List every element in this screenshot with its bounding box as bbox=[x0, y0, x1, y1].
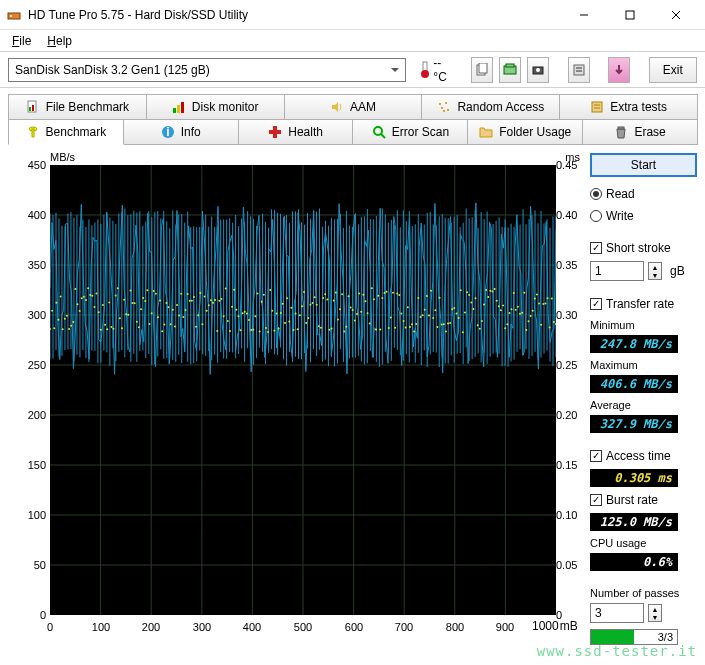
disk-monitor-icon bbox=[172, 100, 186, 114]
check-access-time[interactable]: ✓Access time bbox=[590, 447, 697, 465]
svg-rect-19 bbox=[32, 105, 34, 111]
svg-point-300 bbox=[204, 296, 206, 298]
tab-extra-tests[interactable]: Extra tests bbox=[559, 94, 698, 120]
svg-point-287 bbox=[176, 304, 178, 306]
svg-point-407 bbox=[430, 290, 432, 292]
svg-point-438 bbox=[496, 300, 498, 302]
svg-point-348 bbox=[305, 322, 307, 324]
svg-point-398 bbox=[411, 323, 413, 325]
svg-point-367 bbox=[345, 326, 347, 328]
svg-point-394 bbox=[403, 320, 405, 322]
svg-point-392 bbox=[398, 294, 400, 296]
start-button[interactable]: Start bbox=[590, 153, 697, 177]
svg-point-426 bbox=[470, 302, 472, 304]
cpu-usage-value: 0.6% bbox=[590, 553, 678, 571]
svg-point-324 bbox=[254, 315, 256, 317]
svg-point-450 bbox=[521, 312, 523, 314]
maximize-button[interactable] bbox=[607, 0, 653, 30]
svg-point-457 bbox=[536, 293, 538, 295]
check-short-stroke[interactable]: ✓Short stroke bbox=[590, 239, 697, 257]
svg-point-334 bbox=[276, 313, 278, 315]
svg-point-270 bbox=[140, 308, 142, 310]
svg-point-361 bbox=[333, 300, 335, 302]
check-burst-rate[interactable]: ✓Burst rate bbox=[590, 491, 697, 509]
svg-point-275 bbox=[151, 312, 153, 314]
tab-erase[interactable]: Erase bbox=[582, 119, 698, 145]
svg-point-306 bbox=[216, 330, 218, 332]
svg-point-313 bbox=[231, 306, 233, 308]
svg-point-461 bbox=[544, 303, 546, 305]
copy-info-button[interactable] bbox=[471, 57, 493, 83]
benchmark-icon bbox=[26, 125, 40, 139]
short-stroke-input[interactable]: 1 bbox=[590, 261, 644, 281]
svg-point-230 bbox=[55, 302, 57, 304]
svg-point-359 bbox=[328, 329, 330, 331]
close-button[interactable] bbox=[653, 0, 699, 30]
svg-point-373 bbox=[358, 293, 360, 295]
menu-file[interactable]: File bbox=[4, 32, 39, 50]
check-transfer-rate[interactable]: ✓Transfer rate bbox=[590, 295, 697, 313]
svg-point-349 bbox=[307, 317, 309, 319]
svg-point-369 bbox=[350, 306, 352, 308]
svg-point-283 bbox=[168, 306, 170, 308]
svg-rect-9 bbox=[479, 63, 487, 73]
svg-point-465 bbox=[553, 321, 555, 323]
short-stroke-spinner[interactable]: ▲▼ bbox=[648, 262, 662, 280]
tab-error-scan[interactable]: Error Scan bbox=[352, 119, 468, 145]
app-icon bbox=[6, 7, 22, 23]
svg-point-282 bbox=[165, 302, 167, 304]
svg-point-329 bbox=[265, 327, 267, 329]
svg-point-272 bbox=[144, 300, 146, 302]
svg-point-448 bbox=[517, 306, 519, 308]
passes-input[interactable]: 3 bbox=[590, 603, 644, 623]
svg-point-299 bbox=[201, 323, 203, 325]
svg-point-249 bbox=[96, 293, 98, 295]
save-screenshot-button[interactable] bbox=[527, 57, 549, 83]
tab-file-benchmark[interactable]: File Benchmark bbox=[8, 94, 147, 120]
svg-rect-0 bbox=[8, 13, 20, 19]
svg-point-347 bbox=[303, 291, 305, 293]
exit-button[interactable]: Exit bbox=[649, 57, 697, 83]
menu-help[interactable]: Help bbox=[39, 32, 80, 50]
svg-rect-32 bbox=[32, 129, 34, 137]
svg-point-255 bbox=[108, 301, 110, 303]
svg-point-408 bbox=[432, 317, 434, 319]
tab-folder-usage[interactable]: Folder Usage bbox=[467, 119, 583, 145]
svg-point-307 bbox=[218, 300, 220, 302]
svg-point-267 bbox=[134, 302, 136, 304]
tab-aam[interactable]: AAM bbox=[284, 94, 423, 120]
svg-point-365 bbox=[341, 293, 343, 295]
drive-select[interactable]: SanDisk SanDisk 3.2 Gen1 (125 gB) bbox=[8, 58, 406, 82]
svg-point-353 bbox=[316, 304, 318, 306]
save-button[interactable] bbox=[608, 57, 630, 83]
tab-label: Health bbox=[288, 125, 323, 139]
svg-point-374 bbox=[360, 311, 362, 313]
svg-point-328 bbox=[263, 294, 265, 296]
svg-point-412 bbox=[441, 323, 443, 325]
tab-disk-monitor[interactable]: Disk monitor bbox=[146, 94, 285, 120]
tab-benchmark[interactable]: Benchmark bbox=[8, 119, 124, 145]
tab-info[interactable]: iInfo bbox=[123, 119, 239, 145]
svg-point-281 bbox=[163, 324, 165, 326]
x-tick-last: 1000mB bbox=[532, 619, 578, 633]
svg-point-336 bbox=[280, 312, 282, 314]
radio-read[interactable]: Read bbox=[590, 185, 697, 203]
copy-screenshot-button[interactable] bbox=[499, 57, 521, 83]
tab-health[interactable]: Health bbox=[238, 119, 354, 145]
options-button[interactable] bbox=[568, 57, 590, 83]
tab-random-access[interactable]: Random Access bbox=[421, 94, 560, 120]
svg-point-304 bbox=[212, 302, 214, 304]
minimize-button[interactable] bbox=[561, 0, 607, 30]
svg-point-264 bbox=[127, 314, 129, 316]
maximum-label: Maximum bbox=[590, 359, 697, 371]
svg-point-358 bbox=[326, 298, 328, 300]
svg-point-436 bbox=[491, 291, 493, 293]
svg-point-301 bbox=[206, 310, 208, 312]
radio-write[interactable]: Write bbox=[590, 207, 697, 225]
erase-icon bbox=[614, 125, 628, 139]
svg-point-309 bbox=[223, 315, 225, 317]
svg-point-414 bbox=[445, 331, 447, 333]
passes-spinner[interactable]: ▲▼ bbox=[648, 604, 662, 622]
svg-point-451 bbox=[523, 292, 525, 294]
svg-point-437 bbox=[494, 288, 496, 290]
